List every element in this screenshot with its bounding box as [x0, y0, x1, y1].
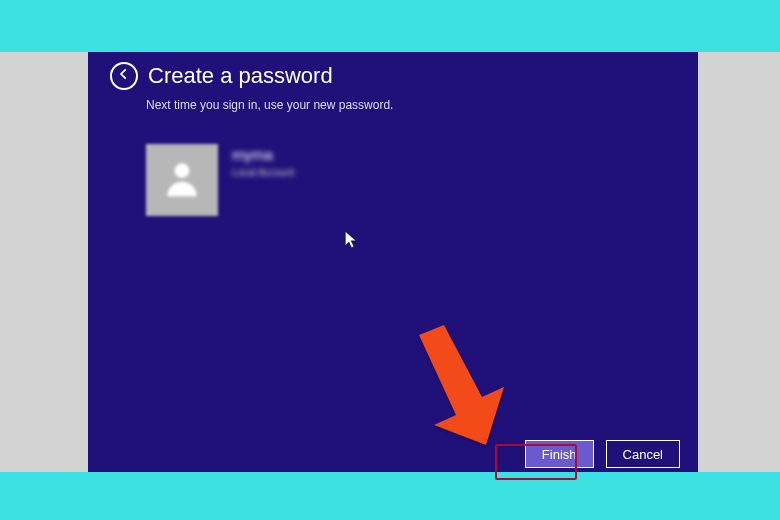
back-button[interactable]	[110, 62, 138, 90]
page-subtitle: Next time you sign in, use your new pass…	[88, 90, 698, 112]
user-text: myma Local Account	[232, 146, 294, 178]
back-arrow-icon	[117, 67, 131, 85]
page-title: Create a password	[148, 63, 333, 89]
button-row: Finish Cancel	[525, 440, 680, 468]
create-password-window: Create a password Next time you sign in,…	[88, 52, 698, 472]
svg-point-0	[175, 163, 190, 178]
finish-button-label: Finish	[542, 447, 577, 462]
user-type: Local Account	[232, 167, 294, 178]
user-name: myma	[232, 146, 294, 163]
decorative-top-band	[0, 0, 780, 52]
decorative-bottom-band	[0, 472, 780, 520]
cancel-button-label: Cancel	[623, 447, 663, 462]
finish-button[interactable]: Finish	[525, 440, 594, 468]
user-block: myma Local Account	[88, 112, 698, 216]
cancel-button[interactable]: Cancel	[606, 440, 680, 468]
window-header: Create a password	[88, 52, 698, 90]
user-silhouette-icon	[160, 156, 204, 204]
avatar	[146, 144, 218, 216]
